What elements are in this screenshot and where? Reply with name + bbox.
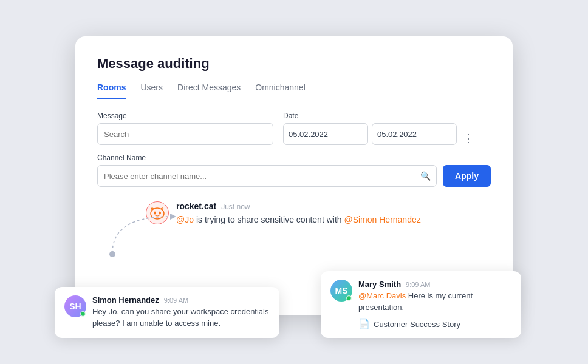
- date-from-input[interactable]: [283, 123, 368, 145]
- simon-msg-header: Simon Hernandez 9:09 AM: [92, 295, 270, 305]
- svg-marker-0: [170, 214, 176, 220]
- simon-username: Simon Hernandez: [92, 295, 159, 305]
- tab-direct-messages[interactable]: Direct Messages: [177, 83, 241, 99]
- tab-omnichannel[interactable]: Omnichannel: [255, 83, 306, 99]
- mary-mention: @Marc Davis: [358, 291, 406, 300]
- attachment-name: Customer Success Story: [374, 320, 460, 329]
- simon-msg-text: Hey Jo, can you share your workspace cre…: [92, 306, 270, 329]
- date-label: Date: [283, 112, 476, 120]
- mary-msg-header: Mary Smith 9:09 AM: [358, 280, 511, 289]
- simon-online-indicator: [80, 311, 86, 317]
- channel-label: Channel Name: [97, 153, 437, 162]
- simon-card-inner: SH Simon Hernandez 9:09 AM Hey Jo, can y…: [64, 295, 270, 329]
- message-label: Message: [97, 112, 273, 120]
- simon-card: SH Simon Hernandez 9:09 AM Hey Jo, can y…: [55, 287, 279, 338]
- message-search-input[interactable]: [97, 123, 273, 145]
- file-icon: 📄: [358, 318, 370, 329]
- simon-avatar-wrap: SH: [64, 295, 86, 317]
- apply-button[interactable]: Apply: [443, 165, 491, 187]
- mary-msg-text: @Marc Davis Here is my current presentat…: [358, 291, 511, 314]
- channel-filter-group: Channel Name 🔍: [97, 153, 437, 187]
- chat-area: rocket.cat Just now @Jo is trying to sha…: [97, 201, 491, 268]
- simon-msg-time: 9:09 AM: [164, 297, 188, 304]
- mention-from: @Jo: [176, 215, 194, 224]
- tab-rooms[interactable]: Rooms: [97, 83, 126, 99]
- page-title: Message auditing: [97, 56, 491, 72]
- filters-row: Message Date ⋮: [97, 112, 491, 145]
- mary-msg-content: Mary Smith 9:09 AM @Marc Davis Here is m…: [358, 280, 511, 329]
- main-card: Message auditing Rooms Users Direct Mess…: [75, 36, 513, 315]
- date-filter-group: Date ⋮: [283, 112, 476, 145]
- channel-input-wrap: 🔍: [97, 165, 437, 187]
- tab-users[interactable]: Users: [140, 83, 163, 99]
- channel-row: Channel Name 🔍 Apply: [97, 153, 491, 187]
- date-range-group: ⋮: [283, 123, 476, 145]
- tabs-bar: Rooms Users Direct Messages Omnichannel: [97, 83, 491, 99]
- rocketcat-text-between: is trying to share sensitive content wit…: [194, 215, 344, 224]
- mention-to: @Simon Hernandez: [344, 215, 420, 224]
- rocketcat-msg-time: Just now: [221, 203, 250, 211]
- mary-card: MS Mary Smith 9:09 AM @Marc Davis Here i…: [321, 271, 521, 338]
- rocketcat-msg-header: rocket.cat Just now: [176, 201, 491, 211]
- mary-card-inner: MS Mary Smith 9:09 AM @Marc Davis Here i…: [330, 280, 511, 329]
- message-filter-group: Message: [97, 112, 273, 145]
- simon-msg-content: Simon Hernandez 9:09 AM Hey Jo, can you …: [92, 295, 270, 329]
- rocketcat-sender-name: rocket.cat: [176, 201, 216, 211]
- rocketcat-msg-body: @Jo is trying to share sensitive content…: [176, 214, 491, 226]
- rocketcat-content: rocket.cat Just now @Jo is trying to sha…: [176, 201, 491, 226]
- channel-name-input[interactable]: [97, 165, 437, 187]
- mary-file-attachment: 📄 Customer Success Story: [358, 318, 511, 329]
- arc-decoration: [103, 204, 176, 259]
- mary-username: Mary Smith: [358, 280, 401, 289]
- mary-msg-time: 9:09 AM: [406, 281, 430, 288]
- mary-online-indicator: [346, 295, 352, 301]
- mary-avatar-wrap: MS: [330, 280, 352, 302]
- svg-point-1: [109, 251, 115, 257]
- more-options-button[interactable]: ⋮: [460, 133, 476, 144]
- search-icon: 🔍: [420, 171, 431, 181]
- date-to-input[interactable]: [372, 123, 457, 145]
